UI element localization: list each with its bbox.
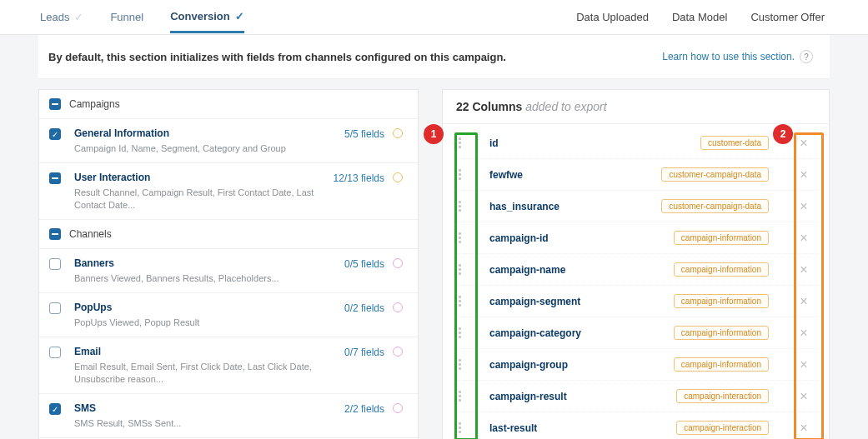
collapse-icon[interactable] [49, 98, 61, 110]
info-text: By default, this section initializes wit… [48, 51, 506, 63]
tabs: Leads ✓ Funnel Conversion ✓ [40, 2, 244, 33]
column-name: campaign-name [473, 264, 674, 276]
drag-handle-icon[interactable] [454, 294, 464, 309]
column-tag: customer-campaign-data [661, 199, 769, 213]
column-name: fewfwe [473, 169, 661, 181]
callout-one: 1 [424, 124, 444, 144]
remove-column-button[interactable]: × [789, 421, 819, 436]
column-row[interactable]: campaign-resultcampaign-interaction× [454, 381, 819, 412]
field-row[interactable]: Email Email Result, Email Sent, First Cl… [39, 337, 418, 394]
drag-handle-icon[interactable] [454, 357, 464, 372]
collapse-icon[interactable] [49, 228, 61, 240]
columns-list: idcustomer-data×fewfwecustomer-campaign-… [443, 124, 829, 439]
column-row[interactable]: campaign-groupcampaign-information× [454, 349, 819, 381]
group-title: Campaigns [69, 98, 120, 110]
column-tag: campaign-information [674, 326, 769, 340]
drag-handle-icon[interactable] [454, 421, 464, 436]
row-desc: SMS Result, SMSs Sent... [74, 417, 336, 429]
fields-count: 0/2 fields [344, 302, 384, 314]
group-header-campaigns[interactable]: Campaigns [39, 90, 418, 119]
drag-handle-icon[interactable] [454, 262, 464, 277]
checkbox[interactable] [49, 128, 61, 140]
tab-leads[interactable]: Leads ✓ [40, 2, 83, 32]
status-dot-icon [393, 128, 403, 138]
checkbox[interactable] [49, 403, 61, 415]
column-name: campaign-group [473, 359, 674, 371]
row-title: Email [74, 346, 336, 357]
checkbox[interactable] [49, 258, 61, 270]
tab-funnel[interactable]: Funnel [110, 2, 143, 32]
column-name: last-result [473, 422, 676, 434]
remove-column-button[interactable]: × [789, 136, 819, 151]
checkbox[interactable] [49, 347, 61, 358]
tab-label: Funnel [110, 11, 143, 23]
status-dot-icon [393, 172, 403, 182]
field-row[interactable]: PopUps PopUps Viewed, Popup Result 0/2 f… [39, 293, 418, 337]
content: By default, this section initializes wit… [0, 35, 868, 439]
remove-column-button[interactable]: × [789, 357, 819, 372]
drag-handle-icon[interactable] [454, 167, 464, 182]
column-tag: campaign-interaction [676, 421, 769, 435]
link-data-model[interactable]: Data Model [672, 11, 727, 23]
remove-column-button[interactable]: × [789, 231, 819, 246]
remove-column-button[interactable]: × [789, 167, 819, 182]
remove-column-button[interactable]: × [789, 326, 819, 341]
column-name: id [473, 137, 700, 149]
remove-column-button[interactable]: × [789, 262, 819, 277]
column-tag: campaign-interaction [676, 389, 769, 403]
fields-count: 12/13 fields [334, 172, 384, 184]
check-icon: ✓ [235, 10, 244, 22]
column-row[interactable]: campaign-segmentcampaign-information× [454, 286, 819, 317]
drag-handle-icon[interactable] [454, 231, 464, 246]
field-row[interactable]: User Interaction Result Channel, Campaig… [39, 163, 418, 220]
column-tag: campaign-information [674, 357, 769, 372]
row-title: Banners [74, 257, 336, 269]
panels: 1 2 Campaigns General Information Campai… [38, 89, 830, 439]
column-row[interactable]: campaign-idcampaign-information× [454, 222, 819, 254]
column-row[interactable]: campaign-categorycampaign-information× [454, 317, 819, 349]
column-tag: campaign-information [674, 231, 769, 245]
column-row[interactable]: idcustomer-data× [454, 127, 819, 159]
column-row[interactable]: has_insurancecustomer-campaign-data× [454, 191, 819, 222]
row-title: SMS [74, 402, 336, 414]
drag-handle-icon[interactable] [454, 136, 464, 151]
fields-count: 2/2 fields [344, 402, 384, 415]
remove-column-button[interactable]: × [789, 389, 819, 404]
checkbox[interactable] [49, 302, 61, 314]
column-row[interactable]: campaign-namecampaign-information× [454, 254, 819, 286]
help-icon[interactable]: ? [800, 50, 813, 63]
check-icon: ✓ [74, 11, 83, 23]
status-dot-icon [393, 347, 403, 357]
topbar: Leads ✓ Funnel Conversion ✓ Data Uploade… [0, 0, 868, 35]
field-row[interactable]: General Information Campaign Id, Name, S… [39, 119, 418, 163]
row-desc: Banners Viewed, Banners Results, Placeho… [74, 272, 336, 284]
drag-handle-icon[interactable] [454, 389, 464, 404]
group-header-channels[interactable]: Channels [39, 220, 418, 249]
partial-checkbox-icon[interactable] [49, 172, 61, 184]
columns-panel-header: 22 Columns added to export [443, 90, 829, 124]
fields-count: 5/5 fields [344, 127, 384, 140]
remove-column-button[interactable]: × [789, 199, 819, 214]
link-data-uploaded[interactable]: Data Uploaded [576, 11, 649, 23]
drag-handle-icon[interactable] [454, 326, 464, 341]
drag-handle-icon[interactable] [454, 199, 464, 214]
tab-label: Conversion [170, 10, 230, 22]
tab-conversion[interactable]: Conversion ✓ [170, 2, 244, 33]
column-row[interactable]: fewfwecustomer-campaign-data× [454, 159, 819, 191]
column-row[interactable]: last-resultcampaign-interaction× [454, 412, 819, 439]
row-title: PopUps [74, 302, 336, 313]
columns-count: 22 Columns [456, 100, 522, 113]
fields-count: 0/7 fields [344, 346, 384, 358]
field-row[interactable]: Banners Banners Viewed, Banners Results,… [39, 249, 418, 293]
group-title: Channels [69, 228, 112, 240]
column-tag: customer-campaign-data [661, 167, 769, 182]
remove-column-button[interactable]: × [789, 294, 819, 309]
row-desc: Result Channel, Campaign Result, First C… [74, 187, 325, 211]
status-dot-icon [393, 258, 403, 268]
column-name: has_insurance [473, 201, 661, 212]
learn-text: Learn how to use this section. [662, 51, 795, 62]
link-customer-offer[interactable]: Customer Offer [750, 11, 825, 23]
field-row[interactable]: SMS SMS Result, SMSs Sent... 2/2 fields [39, 394, 418, 438]
learn-link[interactable]: Learn how to use this section. ? [662, 50, 813, 63]
row-desc: PopUps Viewed, Popup Result [74, 317, 336, 328]
